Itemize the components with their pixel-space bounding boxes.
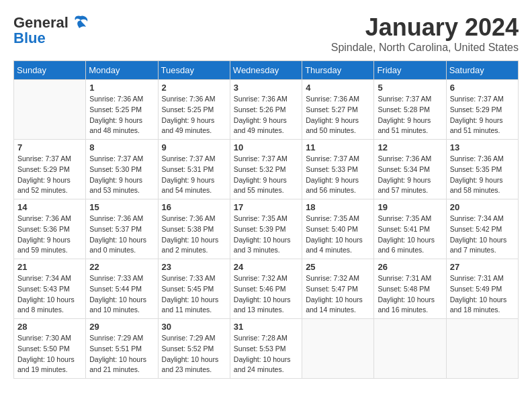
day-cell-8: 8Sunrise: 7:37 AMSunset: 5:30 PMDaylight…	[86, 140, 158, 199]
day-cell-15: 15Sunrise: 7:36 AMSunset: 5:37 PMDayligh…	[86, 199, 158, 259]
day-number: 13	[450, 142, 515, 152]
weekday-header-row: SundayMondayTuesdayWednesdayThursdayFrid…	[14, 61, 519, 80]
day-cell-30: 30Sunrise: 7:29 AMSunset: 5:52 PMDayligh…	[158, 319, 230, 379]
day-number: 22	[89, 262, 154, 272]
day-cell-28: 28Sunrise: 7:30 AMSunset: 5:50 PMDayligh…	[14, 319, 86, 379]
day-info: Sunrise: 7:28 AMSunset: 5:53 PMDaylight:…	[234, 333, 298, 375]
day-info: Sunrise: 7:31 AMSunset: 5:48 PMDaylight:…	[378, 273, 442, 316]
day-number: 28	[17, 322, 82, 332]
day-number: 27	[450, 262, 515, 272]
day-info: Sunrise: 7:36 AMSunset: 5:27 PMDaylight:…	[306, 94, 370, 136]
week-row-2: 7Sunrise: 7:37 AMSunset: 5:29 PMDaylight…	[14, 140, 519, 199]
title-block: January 2024 Spindale, North Carolina, U…	[331, 13, 519, 54]
day-number: 19	[378, 202, 442, 212]
day-cell-12: 12Sunrise: 7:36 AMSunset: 5:34 PMDayligh…	[374, 140, 446, 199]
day-number: 6	[450, 83, 515, 93]
day-info: Sunrise: 7:36 AMSunset: 5:38 PMDaylight:…	[162, 214, 226, 256]
calendar-table: SundayMondayTuesdayWednesdayThursdayFrid…	[13, 60, 519, 379]
day-cell-13: 13Sunrise: 7:36 AMSunset: 5:35 PMDayligh…	[446, 140, 518, 199]
day-number: 1	[89, 83, 154, 93]
day-cell-1: 1Sunrise: 7:36 AMSunset: 5:25 PMDaylight…	[86, 80, 158, 140]
day-info: Sunrise: 7:32 AMSunset: 5:46 PMDaylight:…	[234, 273, 298, 316]
day-cell-26: 26Sunrise: 7:31 AMSunset: 5:48 PMDayligh…	[374, 259, 446, 319]
day-number: 29	[89, 322, 154, 332]
day-cell-27: 27Sunrise: 7:31 AMSunset: 5:49 PMDayligh…	[446, 259, 518, 319]
day-number: 7	[17, 142, 82, 152]
empty-cell	[446, 319, 518, 379]
day-info: Sunrise: 7:37 AMSunset: 5:31 PMDaylight:…	[162, 154, 226, 196]
week-row-3: 14Sunrise: 7:36 AMSunset: 5:36 PMDayligh…	[14, 199, 519, 259]
weekday-header-sunday: Sunday	[14, 61, 86, 80]
location-subtitle: Spindale, North Carolina, United States	[331, 42, 519, 54]
day-number: 12	[378, 142, 442, 152]
day-cell-14: 14Sunrise: 7:36 AMSunset: 5:36 PMDayligh…	[14, 199, 86, 259]
day-cell-21: 21Sunrise: 7:34 AMSunset: 5:43 PMDayligh…	[14, 259, 86, 319]
day-info: Sunrise: 7:31 AMSunset: 5:49 PMDaylight:…	[450, 273, 515, 316]
day-cell-25: 25Sunrise: 7:32 AMSunset: 5:47 PMDayligh…	[302, 259, 374, 319]
day-info: Sunrise: 7:29 AMSunset: 5:51 PMDaylight:…	[89, 333, 154, 375]
day-info: Sunrise: 7:36 AMSunset: 5:35 PMDaylight:…	[450, 154, 515, 196]
empty-cell	[14, 80, 86, 140]
day-info: Sunrise: 7:36 AMSunset: 5:26 PMDaylight:…	[234, 94, 298, 136]
empty-cell	[374, 319, 446, 379]
day-info: Sunrise: 7:30 AMSunset: 5:50 PMDaylight:…	[17, 333, 82, 375]
day-number: 9	[162, 142, 226, 152]
day-cell-4: 4Sunrise: 7:36 AMSunset: 5:27 PMDaylight…	[302, 80, 374, 140]
day-cell-24: 24Sunrise: 7:32 AMSunset: 5:46 PMDayligh…	[230, 259, 302, 319]
empty-cell	[302, 319, 374, 379]
day-cell-20: 20Sunrise: 7:34 AMSunset: 5:42 PMDayligh…	[446, 199, 518, 259]
day-info: Sunrise: 7:33 AMSunset: 5:44 PMDaylight:…	[89, 273, 154, 316]
day-cell-16: 16Sunrise: 7:36 AMSunset: 5:38 PMDayligh…	[158, 199, 230, 259]
day-number: 15	[89, 202, 154, 212]
day-info: Sunrise: 7:37 AMSunset: 5:28 PMDaylight:…	[378, 94, 442, 136]
day-cell-11: 11Sunrise: 7:37 AMSunset: 5:33 PMDayligh…	[302, 140, 374, 199]
day-info: Sunrise: 7:36 AMSunset: 5:36 PMDaylight:…	[17, 214, 82, 256]
day-info: Sunrise: 7:35 AMSunset: 5:41 PMDaylight:…	[378, 214, 442, 256]
day-info: Sunrise: 7:32 AMSunset: 5:47 PMDaylight:…	[306, 273, 370, 316]
logo-blue-text: Blue	[13, 30, 46, 47]
day-number: 8	[89, 142, 154, 152]
day-info: Sunrise: 7:37 AMSunset: 5:30 PMDaylight:…	[89, 154, 154, 196]
day-number: 21	[17, 262, 82, 272]
day-info: Sunrise: 7:37 AMSunset: 5:29 PMDaylight:…	[17, 154, 82, 196]
day-info: Sunrise: 7:37 AMSunset: 5:32 PMDaylight:…	[234, 154, 298, 196]
day-number: 10	[234, 142, 298, 152]
weekday-header-monday: Monday	[86, 61, 158, 80]
day-number: 16	[162, 202, 226, 212]
day-number: 26	[378, 262, 442, 272]
day-cell-23: 23Sunrise: 7:33 AMSunset: 5:45 PMDayligh…	[158, 259, 230, 319]
day-info: Sunrise: 7:29 AMSunset: 5:52 PMDaylight:…	[162, 333, 226, 375]
day-number: 23	[162, 262, 226, 272]
day-number: 14	[17, 202, 82, 212]
day-number: 3	[234, 83, 298, 93]
day-cell-6: 6Sunrise: 7:37 AMSunset: 5:29 PMDaylight…	[446, 80, 518, 140]
day-number: 5	[378, 83, 442, 93]
day-cell-31: 31Sunrise: 7:28 AMSunset: 5:53 PMDayligh…	[230, 319, 302, 379]
day-number: 2	[162, 83, 226, 93]
day-info: Sunrise: 7:37 AMSunset: 5:33 PMDaylight:…	[306, 154, 370, 196]
page-header: General Blue January 2024 Spindale, Nort…	[13, 13, 519, 54]
weekday-header-wednesday: Wednesday	[230, 61, 302, 80]
day-number: 18	[306, 202, 370, 212]
day-number: 20	[450, 202, 515, 212]
day-number: 24	[234, 262, 298, 272]
day-cell-29: 29Sunrise: 7:29 AMSunset: 5:51 PMDayligh…	[86, 319, 158, 379]
day-cell-10: 10Sunrise: 7:37 AMSunset: 5:32 PMDayligh…	[230, 140, 302, 199]
day-cell-22: 22Sunrise: 7:33 AMSunset: 5:44 PMDayligh…	[86, 259, 158, 319]
week-row-4: 21Sunrise: 7:34 AMSunset: 5:43 PMDayligh…	[14, 259, 519, 319]
day-number: 25	[306, 262, 370, 272]
day-info: Sunrise: 7:35 AMSunset: 5:39 PMDaylight:…	[234, 214, 298, 256]
day-cell-2: 2Sunrise: 7:36 AMSunset: 5:25 PMDaylight…	[158, 80, 230, 140]
day-cell-17: 17Sunrise: 7:35 AMSunset: 5:39 PMDayligh…	[230, 199, 302, 259]
week-row-1: 1Sunrise: 7:36 AMSunset: 5:25 PMDaylight…	[14, 80, 519, 140]
weekday-header-tuesday: Tuesday	[158, 61, 230, 80]
weekday-header-thursday: Thursday	[302, 61, 374, 80]
day-info: Sunrise: 7:37 AMSunset: 5:29 PMDaylight:…	[450, 94, 515, 136]
day-number: 11	[306, 142, 370, 152]
day-info: Sunrise: 7:36 AMSunset: 5:37 PMDaylight:…	[89, 214, 154, 256]
day-cell-18: 18Sunrise: 7:35 AMSunset: 5:40 PMDayligh…	[302, 199, 374, 259]
day-info: Sunrise: 7:36 AMSunset: 5:25 PMDaylight:…	[89, 94, 154, 136]
weekday-header-saturday: Saturday	[446, 61, 518, 80]
logo-bird-icon	[71, 13, 90, 32]
logo: General Blue	[13, 13, 90, 47]
